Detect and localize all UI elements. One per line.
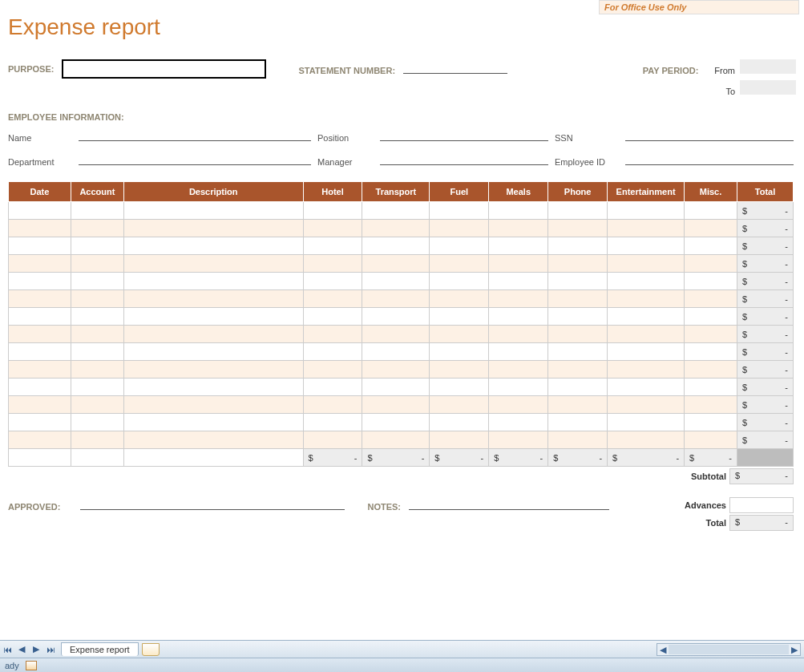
cell[interactable] <box>123 255 303 273</box>
cell[interactable] <box>489 255 548 273</box>
cell[interactable] <box>9 431 71 449</box>
cell[interactable] <box>548 273 608 290</box>
position-field[interactable] <box>380 127 548 141</box>
cell[interactable] <box>430 220 489 237</box>
cell[interactable] <box>123 290 303 308</box>
cell[interactable] <box>548 414 608 431</box>
cell[interactable] <box>489 290 548 308</box>
cell[interactable] <box>608 361 685 379</box>
cell[interactable] <box>430 255 489 273</box>
cell[interactable] <box>489 396 548 414</box>
cell[interactable] <box>685 308 737 326</box>
cell[interactable] <box>489 379 548 396</box>
cell[interactable] <box>9 414 71 431</box>
cell[interactable] <box>123 326 303 343</box>
cell[interactable] <box>9 255 71 273</box>
cell[interactable] <box>123 414 303 431</box>
cell[interactable] <box>685 273 737 290</box>
cell[interactable] <box>303 255 362 273</box>
cell[interactable] <box>430 237 489 255</box>
cell[interactable] <box>123 431 303 449</box>
next-sheet-button[interactable]: ▶ <box>30 643 42 656</box>
cell[interactable] <box>685 379 737 396</box>
cell[interactable] <box>123 237 303 255</box>
cell[interactable] <box>9 202 71 220</box>
cell[interactable] <box>608 414 685 431</box>
scroll-right-icon[interactable]: ▶ <box>789 645 800 655</box>
manager-field[interactable] <box>380 151 548 165</box>
cell[interactable] <box>123 361 303 379</box>
cell[interactable] <box>71 343 123 361</box>
cell[interactable] <box>548 308 608 326</box>
sheet-tab-expense-report[interactable]: Expense report <box>61 642 139 656</box>
last-sheet-button[interactable]: ⏭ <box>44 643 57 656</box>
cell[interactable] <box>303 396 362 414</box>
cell[interactable] <box>489 326 548 343</box>
cell[interactable] <box>71 220 123 237</box>
cell[interactable] <box>362 237 430 255</box>
to-field[interactable] <box>740 80 796 95</box>
cell[interactable] <box>548 220 608 237</box>
cell[interactable] <box>123 379 303 396</box>
cell[interactable] <box>548 255 608 273</box>
cell[interactable] <box>303 308 362 326</box>
cell[interactable] <box>71 202 123 220</box>
cell[interactable] <box>489 202 548 220</box>
cell[interactable] <box>303 220 362 237</box>
cell[interactable] <box>430 431 489 449</box>
cell[interactable] <box>123 343 303 361</box>
cell[interactable] <box>430 343 489 361</box>
cell[interactable] <box>362 308 430 326</box>
cell[interactable] <box>608 308 685 326</box>
cell[interactable] <box>303 202 362 220</box>
cell[interactable] <box>430 202 489 220</box>
scroll-left-icon[interactable]: ◀ <box>657 645 669 655</box>
cell[interactable] <box>548 237 608 255</box>
cell[interactable] <box>123 220 303 237</box>
cell[interactable] <box>489 431 548 449</box>
cell[interactable] <box>9 343 71 361</box>
cell[interactable] <box>548 343 608 361</box>
cell[interactable] <box>548 202 608 220</box>
cell[interactable] <box>489 237 548 255</box>
cell[interactable] <box>71 255 123 273</box>
cell[interactable] <box>430 379 489 396</box>
cell[interactable] <box>303 414 362 431</box>
cell[interactable] <box>489 361 548 379</box>
cell[interactable] <box>71 290 123 308</box>
cell[interactable] <box>608 290 685 308</box>
cell[interactable] <box>71 237 123 255</box>
cell[interactable] <box>303 273 362 290</box>
cell[interactable] <box>9 308 71 326</box>
cell[interactable] <box>303 361 362 379</box>
name-field[interactable] <box>79 127 311 141</box>
cell[interactable] <box>71 414 123 431</box>
cell[interactable] <box>489 343 548 361</box>
cell[interactable] <box>608 396 685 414</box>
cell[interactable] <box>362 220 430 237</box>
cell[interactable] <box>685 431 737 449</box>
cell[interactable] <box>489 273 548 290</box>
cell[interactable] <box>71 396 123 414</box>
prev-sheet-button[interactable]: ◀ <box>15 643 28 656</box>
cell[interactable] <box>430 326 489 343</box>
cell[interactable] <box>71 308 123 326</box>
cell[interactable] <box>685 326 737 343</box>
cell[interactable] <box>303 237 362 255</box>
cell[interactable] <box>608 379 685 396</box>
cell[interactable] <box>548 326 608 343</box>
cell[interactable] <box>548 431 608 449</box>
advances-value[interactable] <box>729 497 794 513</box>
cell[interactable] <box>548 290 608 308</box>
cell[interactable] <box>608 255 685 273</box>
cell[interactable] <box>303 379 362 396</box>
cell[interactable] <box>362 343 430 361</box>
cell[interactable] <box>71 361 123 379</box>
cell[interactable] <box>303 431 362 449</box>
cell[interactable] <box>303 343 362 361</box>
cell[interactable] <box>489 308 548 326</box>
cell[interactable] <box>608 431 685 449</box>
cell[interactable] <box>123 202 303 220</box>
cell[interactable] <box>685 220 737 237</box>
purpose-input[interactable] <box>62 59 266 79</box>
